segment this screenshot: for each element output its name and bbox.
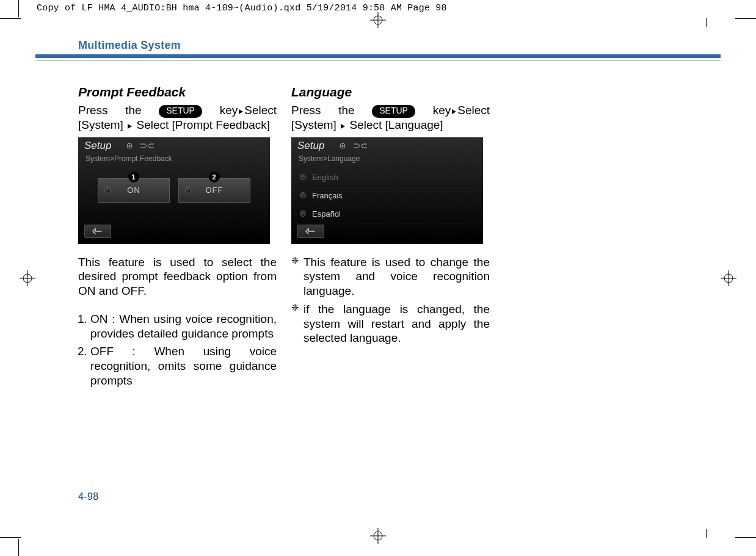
language-list: English Français Español — [291, 167, 483, 223]
right-triangle-icon — [340, 118, 346, 132]
screenshot-prompt-feedback: Setup System>Prompt Feedback 1 ON 2 — [78, 137, 270, 244]
registration-mark-icon — [370, 528, 386, 544]
language-label: Français — [312, 191, 343, 200]
screenshot-title: Setup — [84, 140, 111, 152]
crop-mark — [706, 529, 707, 538]
on-button[interactable]: 1 ON — [98, 178, 170, 203]
text: key — [433, 104, 451, 117]
heading-prompt-feedback: Prompt Feedback — [78, 85, 277, 99]
crop-mark — [0, 537, 21, 538]
language-option-english[interactable]: English — [297, 168, 477, 187]
radio-dot-icon — [300, 192, 306, 198]
notes-language: This feature is used to change the syste… — [291, 255, 490, 346]
crop-mark — [18, 539, 19, 556]
back-arrow-icon — [92, 228, 104, 235]
back-button[interactable] — [84, 225, 111, 238]
svg-marker-12 — [239, 109, 243, 114]
list-prompt-feedback: ON : When using voice recognition, provi… — [78, 312, 277, 388]
shuffle-icon — [139, 142, 155, 150]
on-label: ON — [98, 186, 169, 195]
list-item: OFF : When using voice recognition, omit… — [90, 344, 277, 388]
screenshot-titlebar: Setup — [291, 137, 483, 153]
screenshot-titlebar: Setup — [78, 137, 270, 153]
text: Select [Prompt Feedback] — [133, 118, 270, 131]
columns: Prompt Feedback Press the SETUP keySelec… — [35, 58, 721, 392]
setup-key-icon: SETUP — [372, 105, 415, 118]
registration-mark-icon — [370, 12, 386, 28]
callout-1: 1 — [128, 171, 139, 182]
list-item: ON : When using voice recognition, provi… — [90, 312, 277, 341]
right-triangle-icon — [127, 118, 133, 132]
svg-marker-16 — [452, 109, 456, 114]
language-label: Español — [312, 209, 341, 218]
screenshot-breadcrumb: System>Prompt Feedback — [78, 153, 270, 167]
setup-key-icon: SETUP — [159, 105, 202, 118]
text: key — [220, 104, 238, 117]
right-triangle-icon — [451, 103, 457, 118]
crop-mark — [18, 0, 19, 17]
text: Press the — [291, 104, 372, 117]
radio-dot-icon — [300, 211, 306, 217]
page-content: Multimedia System Prompt Feedback Press … — [35, 35, 721, 521]
back-arrow-icon — [305, 228, 317, 235]
registration-mark-icon — [20, 270, 35, 286]
back-button[interactable] — [297, 225, 324, 238]
off-button[interactable]: 2 OFF — [178, 178, 250, 203]
callout-2: 2 — [209, 171, 220, 182]
svg-point-19 — [342, 145, 344, 146]
titlebar-icons — [339, 142, 368, 150]
language-label: English — [312, 173, 338, 182]
registration-mark-icon — [721, 270, 736, 286]
note-item: if the language is changed, the system w… — [291, 302, 490, 345]
crop-mark — [0, 18, 21, 19]
heading-language: Language — [291, 85, 490, 99]
off-label: OFF — [179, 186, 250, 195]
language-option-espanol[interactable]: Español — [297, 205, 477, 223]
text: Select [Language] — [346, 118, 443, 131]
svg-marker-13 — [128, 124, 132, 129]
svg-marker-17 — [341, 124, 345, 129]
column-language: Language Press the SETUP keySelect [Syst… — [291, 85, 490, 392]
titlebar-icons — [126, 142, 155, 150]
shuffle-icon — [352, 142, 368, 150]
instruction-prompt-feedback: Press the SETUP keySelect [System] Selec… — [78, 103, 277, 132]
screenshot-title: Setup — [297, 140, 324, 152]
target-icon — [339, 142, 346, 150]
column-prompt-feedback: Prompt Feedback Press the SETUP keySelec… — [78, 85, 277, 392]
crop-mark — [735, 537, 756, 538]
crop-mark — [735, 18, 756, 19]
running-head: Multimedia System — [35, 35, 721, 58]
note-item: This feature is used to change the syste… — [291, 255, 490, 298]
printer-slug: Copy of LF HMA 4_AUDIO:BH hma 4-109~(Aud… — [37, 3, 447, 13]
crop-mark — [706, 18, 707, 27]
paragraph-prompt-feedback: This feature is used to select the desir… — [78, 255, 277, 298]
page-folio: 4-98 — [78, 491, 99, 502]
screenshot-breadcrumb: System>Language — [291, 153, 483, 167]
svg-point-15 — [129, 145, 131, 146]
instruction-language: Press the SETUP keySelect [System] Selec… — [291, 103, 490, 132]
screenshot-language: Setup System>Language English Français — [291, 137, 483, 244]
radio-dot-icon — [300, 174, 306, 180]
right-triangle-icon — [238, 103, 244, 118]
language-option-francais[interactable]: Français — [297, 187, 477, 205]
target-icon — [126, 142, 133, 150]
text: Press the — [78, 104, 159, 117]
on-off-row: 1 ON 2 OFF — [78, 167, 270, 203]
